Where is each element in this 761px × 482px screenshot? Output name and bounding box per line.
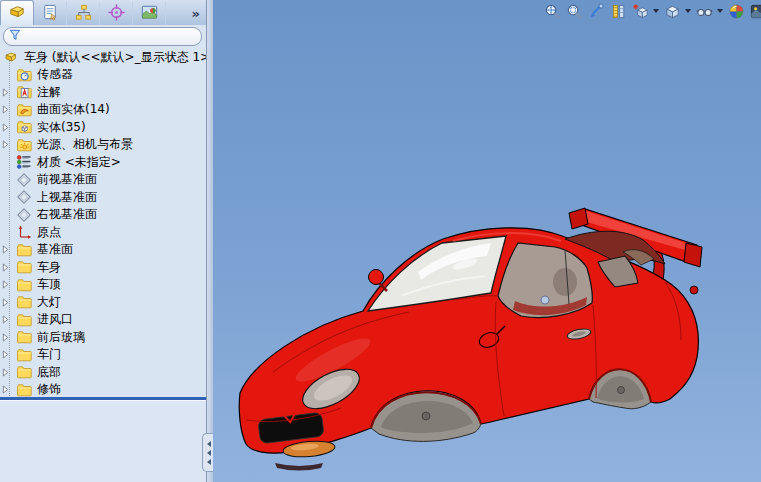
tree-item[interactable]: 上视基准面 <box>0 189 206 207</box>
tree-item[interactable]: 车门 <box>0 346 206 364</box>
plane-icon <box>16 207 32 223</box>
feature-manager-panel: » 车身 (默认<<默认>_显示状态 1> 传感器 注解 曲面实体 <box>0 0 207 482</box>
previous-view-icon[interactable] <box>586 2 606 21</box>
hide-show-items-icon[interactable] <box>694 2 714 21</box>
part-icon <box>3 49 19 65</box>
tab-dimxpert-manager[interactable] <box>100 2 133 25</box>
display-manager-icon <box>140 3 159 25</box>
tree-item-label: 大灯 <box>37 294 61 311</box>
tree-item[interactable]: 前视基准面 <box>0 171 206 189</box>
annotations-icon <box>16 84 32 100</box>
tree-item-label: 右视基准面 <box>37 206 97 223</box>
expand-arrow-icon[interactable] <box>2 350 13 359</box>
panel-tab-bar: » <box>0 0 206 26</box>
zoom-to-area-icon[interactable] <box>564 2 584 21</box>
tree-item[interactable]: 前后玻璃 <box>0 329 206 347</box>
tree-item[interactable]: 大灯 <box>0 294 206 312</box>
heads-up-toolbar <box>542 1 761 21</box>
feature-tree: 车身 (默认<<默认>_显示状态 1> 传感器 注解 曲面实体(14) 实体(3… <box>0 48 206 397</box>
configuration-manager-icon <box>74 3 93 25</box>
panel-lower-pane <box>0 401 206 482</box>
expand-arrow-icon[interactable] <box>2 298 13 307</box>
tree-item[interactable]: 材质 <未指定> <box>0 154 206 172</box>
filter-funnel-icon <box>9 29 21 44</box>
expand-arrow-icon[interactable] <box>2 333 13 342</box>
plane-icon <box>16 189 32 205</box>
tree-root-item[interactable]: 车身 (默认<<默认>_显示状态 1> <box>0 48 206 66</box>
dimxpert-manager-icon <box>107 3 126 25</box>
tree-item-label: 实体(35) <box>37 119 86 136</box>
tree-item[interactable]: 曲面实体(14) <box>0 101 206 119</box>
tab-display-manager[interactable] <box>133 2 166 25</box>
expand-arrow-icon[interactable] <box>2 385 13 394</box>
folder-icon <box>16 277 32 293</box>
expand-arrow-icon[interactable] <box>2 368 13 377</box>
collapse-arrow-icon <box>207 450 211 456</box>
expand-arrow-icon[interactable] <box>2 123 13 132</box>
expand-arrow-icon[interactable] <box>2 315 13 324</box>
property-manager-icon <box>41 3 60 25</box>
origin-icon <box>16 224 32 240</box>
tab-feature-manager[interactable] <box>0 0 34 25</box>
tab-configuration-manager[interactable] <box>67 2 100 25</box>
tree-item-label: 前后玻璃 <box>37 329 85 346</box>
collapse-arrow-icon <box>207 441 211 447</box>
dropdown-arrow-icon[interactable] <box>717 9 723 13</box>
filter-box[interactable] <box>3 27 202 46</box>
tab-overflow-chevron[interactable]: » <box>192 6 206 25</box>
tree-item[interactable]: 进风口 <box>0 311 206 329</box>
tree-item-label: 传感器 <box>37 66 73 83</box>
display-style-icon[interactable] <box>662 2 682 21</box>
dropdown-arrow-icon[interactable] <box>653 9 659 13</box>
expand-arrow-icon[interactable] <box>2 105 13 114</box>
tab-property-manager[interactable] <box>34 2 67 25</box>
tree-item[interactable]: 修饰 <box>0 381 206 397</box>
edit-appearance-icon[interactable] <box>726 2 746 21</box>
car-model[interactable] <box>213 0 761 482</box>
plane-icon <box>16 172 32 188</box>
filter-input[interactable] <box>21 29 201 44</box>
tree-item-label: 进风口 <box>37 311 73 328</box>
view-orientation-icon[interactable] <box>630 2 650 21</box>
tree-item[interactable]: 车顶 <box>0 276 206 294</box>
expand-arrow-icon[interactable] <box>2 245 13 254</box>
apply-scene-icon[interactable] <box>748 2 761 21</box>
expand-arrow-icon[interactable] <box>2 140 13 149</box>
tree-item-label: 基准面 <box>37 241 73 258</box>
tree-item[interactable]: 光源、相机与布景 <box>0 136 206 154</box>
tree-item-label: 车顶 <box>37 276 61 293</box>
tree-item[interactable]: 右视基准面 <box>0 206 206 224</box>
tree-item[interactable]: 原点 <box>0 224 206 242</box>
tree-item-label: 原点 <box>37 224 61 241</box>
dropdown-arrow-icon[interactable] <box>685 9 691 13</box>
tree-item[interactable]: 实体(35) <box>0 119 206 137</box>
zoom-to-fit-icon[interactable] <box>542 2 562 21</box>
folder-icon <box>16 312 32 328</box>
material-icon <box>16 154 32 170</box>
folder-icon <box>16 242 32 258</box>
car-far-mirror <box>369 270 388 292</box>
expand-arrow-icon[interactable] <box>2 263 13 272</box>
folder-icon <box>16 259 32 275</box>
collapse-arrow-icon <box>207 459 211 465</box>
folder-icon <box>16 329 32 345</box>
folder-icon <box>16 382 32 397</box>
tree-item[interactable]: 注解 <box>0 84 206 102</box>
folder-icon <box>16 294 32 310</box>
feature-manager-icon <box>8 2 27 24</box>
tree-item-label: 前视基准面 <box>37 171 97 188</box>
tree-item-label: 材质 <未指定> <box>37 154 121 171</box>
folder-icon <box>16 364 32 380</box>
tree-root-label: 车身 (默认<<默认>_显示状态 1> <box>24 49 206 66</box>
expand-arrow-icon[interactable] <box>2 88 13 97</box>
tree-item[interactable]: 传感器 <box>0 66 206 84</box>
car-fuel-cap <box>690 286 698 294</box>
tree-item[interactable]: 车身 <box>0 259 206 277</box>
tree-item[interactable]: 底部 <box>0 364 206 382</box>
tree-item-label: 曲面实体(14) <box>37 101 110 118</box>
tree-item-label: 上视基准面 <box>37 189 97 206</box>
section-view-icon[interactable] <box>608 2 628 21</box>
expand-arrow-icon[interactable] <box>2 280 13 289</box>
tree-item[interactable]: 基准面 <box>0 241 206 259</box>
graphics-viewport[interactable] <box>213 0 761 482</box>
